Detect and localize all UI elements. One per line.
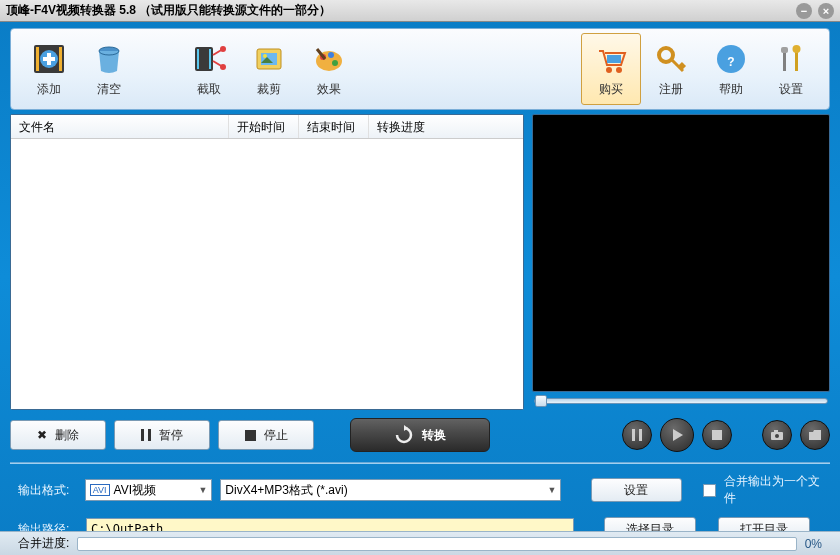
pause-icon — [141, 429, 151, 441]
col-progress[interactable]: 转换进度 — [369, 115, 523, 138]
stop-icon — [245, 430, 256, 441]
svg-point-11 — [220, 46, 226, 52]
svg-rect-34 — [639, 429, 642, 441]
pause-button[interactable]: 暂停 — [114, 420, 210, 450]
tools-icon — [773, 41, 809, 77]
svg-rect-32 — [245, 430, 256, 441]
buy-button[interactable]: 购买 — [581, 33, 641, 105]
help-icon: ? — [713, 41, 749, 77]
codec-combo[interactable]: DivX4+MP3格式 (*.avi) ▼ — [220, 479, 561, 501]
col-start[interactable]: 开始时间 — [229, 115, 299, 138]
seek-thumb[interactable] — [535, 395, 547, 407]
main-toolbar: 添加 清空 截取 裁剪 效果 购买 注册 — [10, 28, 830, 110]
svg-rect-33 — [632, 429, 635, 441]
svg-rect-31 — [148, 429, 151, 441]
x-icon: ✖ — [37, 428, 47, 442]
capture-button[interactable]: 截取 — [179, 33, 239, 105]
divider — [10, 462, 830, 463]
col-filename[interactable]: 文件名 — [11, 115, 229, 138]
scissors-film-icon — [191, 41, 227, 77]
snapshot-button[interactable] — [762, 420, 792, 450]
svg-point-20 — [606, 67, 612, 73]
player-pause-button[interactable] — [622, 420, 652, 450]
stop-button[interactable]: 停止 — [218, 420, 314, 450]
key-icon — [653, 41, 689, 77]
palette-icon — [311, 41, 347, 77]
convert-button[interactable]: 转换 — [350, 418, 490, 452]
svg-rect-5 — [43, 57, 55, 61]
svg-rect-2 — [59, 47, 62, 71]
svg-point-18 — [328, 52, 334, 58]
crop-button[interactable]: 裁剪 — [239, 33, 299, 105]
trash-icon — [91, 41, 127, 77]
crop-icon — [251, 41, 287, 77]
svg-point-29 — [793, 45, 801, 53]
merge-label: 合并输出为一个文件 — [724, 473, 830, 507]
avi-icon: AVI — [90, 484, 110, 496]
merge-checkbox[interactable] — [703, 484, 716, 497]
minimize-button[interactable]: − — [796, 3, 812, 19]
file-list-body[interactable] — [11, 139, 523, 409]
player-play-button[interactable] — [660, 418, 694, 452]
window-title: 顶峰-F4V视频转换器 5.8 （试用版只能转换源文件的一部分） — [6, 2, 796, 19]
svg-point-19 — [332, 60, 338, 66]
video-preview[interactable] — [532, 114, 830, 392]
player-stop-button[interactable] — [702, 420, 732, 450]
svg-rect-22 — [607, 55, 621, 63]
format-combo[interactable]: AVI AVI视频 ▼ — [85, 479, 213, 501]
svg-point-12 — [220, 64, 226, 70]
svg-point-38 — [775, 434, 779, 438]
format-settings-button[interactable]: 设置 — [591, 478, 682, 502]
svg-point-21 — [616, 67, 622, 73]
cart-icon — [593, 41, 629, 77]
add-button[interactable]: 添加 — [19, 33, 79, 105]
film-plus-icon — [31, 41, 67, 77]
svg-text:?: ? — [727, 55, 734, 69]
svg-rect-1 — [36, 47, 39, 71]
clear-button[interactable]: 清空 — [79, 33, 139, 105]
col-end[interactable]: 结束时间 — [299, 115, 369, 138]
svg-rect-27 — [781, 47, 788, 53]
seek-slider[interactable] — [534, 398, 828, 404]
svg-rect-35 — [712, 430, 722, 440]
chevron-down-icon: ▼ — [547, 485, 556, 495]
chevron-down-icon: ▼ — [198, 485, 207, 495]
settings-button[interactable]: 设置 — [761, 33, 821, 105]
register-button[interactable]: 注册 — [641, 33, 701, 105]
titlebar: 顶峰-F4V视频转换器 5.8 （试用版只能转换源文件的一部分） − × — [0, 0, 840, 22]
file-list[interactable]: 文件名 开始时间 结束时间 转换进度 — [10, 114, 524, 410]
refresh-icon — [394, 425, 414, 445]
delete-button[interactable]: ✖ 删除 — [10, 420, 106, 450]
svg-rect-37 — [774, 430, 778, 433]
effect-button[interactable]: 效果 — [299, 33, 359, 105]
status-bar: 合并进度: 0% — [0, 531, 840, 555]
help-button[interactable]: ? 帮助 — [701, 33, 761, 105]
open-folder-button[interactable] — [800, 420, 830, 450]
format-label: 输出格式: — [18, 482, 77, 499]
merge-progress-label: 合并进度: — [18, 535, 69, 552]
merge-progress-percent: 0% — [805, 537, 822, 551]
svg-rect-9 — [197, 49, 199, 69]
file-list-header: 文件名 开始时间 结束时间 转换进度 — [11, 115, 523, 139]
merge-progress-bar — [77, 537, 796, 551]
close-button[interactable]: × — [818, 3, 834, 19]
svg-rect-10 — [209, 49, 211, 69]
svg-point-15 — [263, 54, 267, 58]
svg-rect-30 — [141, 429, 144, 441]
